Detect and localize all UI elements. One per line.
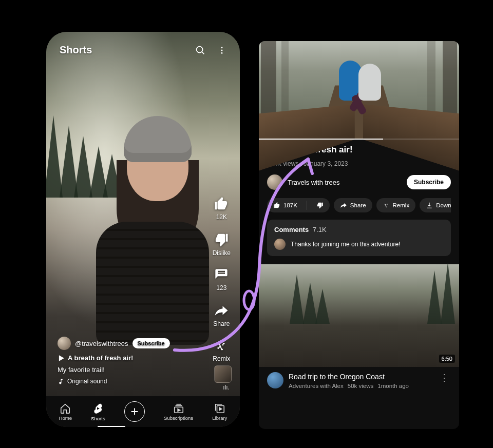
subscribe-button[interactable]: Subscribe [407, 175, 451, 189]
svg-point-4 [221, 52, 223, 53]
share-button[interactable]: Share [334, 198, 372, 212]
comments-teaser[interactable]: Comments 7.1K Thanks for joining me on t… [267, 220, 451, 256]
download-button[interactable]: Down [420, 198, 451, 212]
audio-playing-icon: ılı. [223, 384, 230, 391]
commenter-avatar [274, 239, 286, 250]
shorts-metadata: @travelswithtrees Subscribe A breath of … [58, 337, 199, 385]
action-pill-row: 187K Share Remix Down [267, 198, 451, 212]
related-video[interactable]: 6:50 Road trip to the Oregon Coast Adven… [259, 264, 459, 394]
channel-handle[interactable]: @travelswithtrees [75, 340, 128, 347]
dislike-button[interactable]: Dislike [213, 232, 231, 257]
video-stats: 494K views January 3, 2023 [267, 160, 451, 167]
remix-label: Remix [213, 355, 230, 362]
channel-link[interactable]: Travels with trees [267, 174, 339, 190]
related-channel-avatar[interactable] [267, 372, 283, 388]
comments-button[interactable]: 123 [214, 268, 229, 291]
dislike-label: Dislike [213, 249, 231, 257]
sound-thumbnail[interactable] [214, 365, 232, 383]
remix-button[interactable]: Remix [376, 198, 416, 212]
comments-count: 123 [216, 284, 226, 291]
like-button[interactable]: 187K [267, 198, 304, 212]
nav-home[interactable]: Home [59, 403, 72, 421]
subscribe-button[interactable]: Subscribe [132, 338, 170, 348]
share-button[interactable]: Share [213, 303, 230, 327]
linked-video-title: A breath of fresh air! [68, 354, 133, 362]
linked-video-link[interactable]: A breath of fresh air! [58, 354, 199, 362]
nav-shorts[interactable]: Shorts [91, 402, 105, 421]
duration-badge: 6:50 [439, 355, 455, 363]
svg-point-0 [197, 46, 203, 52]
svg-line-1 [202, 52, 204, 54]
upload-date: January 3, 2023 [304, 160, 348, 167]
shorts-caption: My favorite trail! [58, 366, 199, 374]
video-player[interactable] [259, 41, 459, 140]
svg-marker-13 [219, 407, 222, 411]
like-dislike-pill: 187K [267, 198, 330, 212]
nav-subscriptions[interactable]: Subscriptions [164, 403, 193, 421]
related-age: 1month ago [377, 383, 409, 389]
watch-page: A breath of fresh air! 494K views Januar… [259, 41, 459, 429]
bottom-nav: Home Shorts Subscriptions Library [46, 396, 240, 427]
like-button[interactable]: 12K [214, 196, 229, 221]
nav-library[interactable]: Library [212, 403, 227, 421]
remix-button[interactable]: Remix [213, 339, 230, 362]
comments-count: 7.1K [313, 226, 327, 233]
related-more-icon[interactable]: ⋮ [438, 372, 451, 383]
channel-name: Travels with trees [288, 179, 339, 186]
shorts-action-rail: 12K Dislike 123 Share Remix [213, 196, 231, 362]
channel-avatar[interactable] [58, 337, 71, 350]
svg-point-2 [221, 47, 223, 48]
related-views: 50k views [348, 383, 374, 389]
dislike-button[interactable] [310, 198, 330, 212]
search-icon[interactable] [195, 45, 206, 56]
nav-create[interactable] [124, 401, 145, 422]
svg-point-3 [221, 49, 223, 51]
shorts-page-title: Shorts [60, 44, 92, 56]
channel-avatar [267, 174, 282, 190]
like-count: 12K [216, 213, 227, 221]
related-thumbnail: 6:50 [259, 264, 459, 367]
svg-point-14 [244, 291, 254, 309]
top-comment-text: Thanks for joining me on this adventure! [291, 241, 400, 248]
related-title: Road trip to the Oregon Coast [289, 372, 432, 381]
comments-label: Comments [274, 226, 309, 233]
video-progress[interactable] [259, 139, 459, 140]
svg-marker-5 [60, 356, 64, 360]
related-channel: Adventures with Alex [289, 383, 344, 389]
svg-marker-11 [178, 408, 180, 411]
share-label: Share [213, 320, 230, 327]
sound-attribution[interactable]: Original sound [58, 378, 199, 385]
shorts-player: Shorts 12K Dislike 123 [46, 32, 240, 427]
more-icon[interactable] [217, 45, 226, 56]
